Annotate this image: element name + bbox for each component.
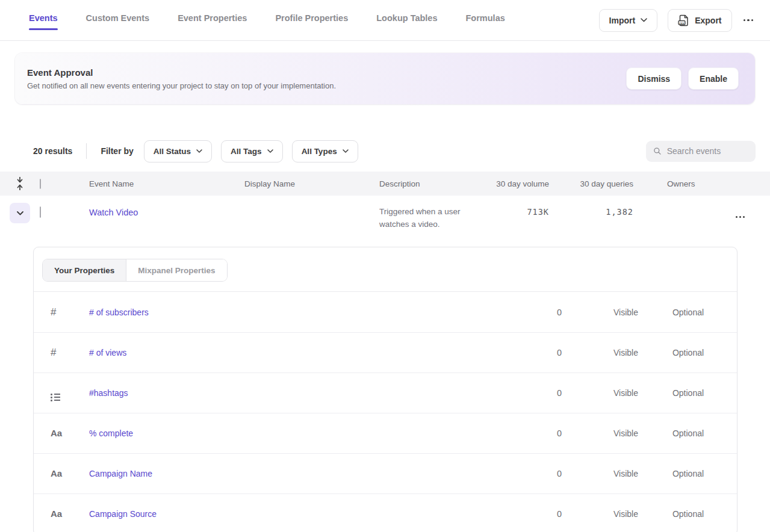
property-requirement: Optional bbox=[661, 509, 737, 519]
import-button[interactable]: Import bbox=[599, 9, 658, 32]
chevron-down-icon bbox=[641, 18, 647, 22]
column-header-30-day-volume: 30 day volume bbox=[488, 179, 554, 188]
tab-event-properties[interactable]: Event Properties bbox=[178, 13, 247, 30]
enable-button[interactable]: Enable bbox=[688, 67, 739, 90]
property-requirement: Optional bbox=[661, 428, 737, 438]
search-input[interactable] bbox=[667, 146, 748, 156]
volume-cell: 713K bbox=[488, 196, 554, 217]
column-header-event-name: Event Name bbox=[71, 179, 244, 188]
display-name-cell bbox=[244, 196, 379, 207]
property-visibility: Visible bbox=[562, 509, 661, 519]
events-table-header: Event Name Display Name Description 30 d… bbox=[0, 172, 770, 196]
chevron-down-icon bbox=[17, 211, 23, 215]
event-name-link[interactable]: Watch Video bbox=[89, 208, 138, 217]
status-filter-label: All Status bbox=[154, 147, 191, 156]
column-header-description: Description bbox=[379, 179, 488, 188]
tab-events-label: Events bbox=[29, 13, 58, 23]
description-cell: Triggered when a user watches a video. bbox=[379, 196, 488, 230]
property-name-link[interactable]: Campaign Name bbox=[89, 469, 495, 478]
banner-description: Get notified on all new events entering … bbox=[27, 81, 336, 90]
tab-profile-properties[interactable]: Profile Properties bbox=[275, 13, 348, 30]
banner-text: Event Approval Get notified on all new e… bbox=[27, 67, 336, 90]
property-name-link[interactable]: #hashtags bbox=[89, 388, 495, 398]
chevron-down-icon bbox=[267, 149, 273, 153]
tags-filter-label: All Tags bbox=[231, 147, 262, 156]
import-button-label: Import bbox=[609, 16, 636, 25]
tags-filter-dropdown[interactable]: All Tags bbox=[221, 140, 283, 162]
select-all-checkbox[interactable] bbox=[40, 179, 41, 189]
tab-underline bbox=[178, 28, 247, 30]
export-button-label: Export bbox=[695, 16, 721, 25]
property-requirement: Optional bbox=[661, 469, 737, 478]
text-type-icon: Aa bbox=[51, 468, 62, 478]
property-name-link[interactable]: # of views bbox=[89, 348, 495, 357]
filter-toolbar: 20 results Filter by All Status All Tags… bbox=[33, 140, 756, 162]
event-row-watch-video: Watch Video Triggered when a user watche… bbox=[0, 196, 770, 243]
tab-underline bbox=[376, 28, 437, 30]
property-name-link[interactable]: % complete bbox=[89, 428, 495, 438]
types-filter-label: All Types bbox=[302, 147, 337, 156]
column-header-owners: Owners bbox=[638, 179, 716, 188]
owners-cell bbox=[638, 196, 716, 207]
property-visibility: Visible bbox=[562, 308, 661, 317]
top-navigation: Events Custom Events Event Properties Pr… bbox=[0, 0, 770, 41]
tab-underline bbox=[275, 28, 348, 30]
row-expander-button[interactable] bbox=[10, 203, 30, 223]
chevron-down-icon bbox=[196, 149, 202, 153]
chevron-down-icon bbox=[343, 149, 349, 153]
tab-formulas[interactable]: Formulas bbox=[466, 13, 505, 30]
search-icon bbox=[653, 146, 662, 156]
property-visibility: Visible bbox=[562, 428, 661, 438]
types-filter-dropdown[interactable]: All Types bbox=[292, 140, 358, 162]
csv-file-icon: csv bbox=[678, 14, 689, 26]
status-filter-dropdown[interactable]: All Status bbox=[144, 140, 212, 162]
tab-mixpanel-properties[interactable]: Mixpanel Properties bbox=[126, 259, 226, 281]
tab-event-properties-label: Event Properties bbox=[178, 13, 247, 23]
nav-actions: Import csv Export bbox=[599, 9, 754, 32]
collapse-rows-icon[interactable] bbox=[16, 176, 24, 191]
number-type-icon: # bbox=[51, 347, 56, 358]
row-checkbox[interactable] bbox=[40, 206, 41, 218]
property-row: # # of views 0 Visible Optional bbox=[34, 332, 737, 373]
column-header-30-day-queries: 30 day queries bbox=[554, 179, 638, 188]
tab-events[interactable]: Events bbox=[29, 13, 58, 30]
queries-cell: 1,382 bbox=[554, 196, 638, 217]
dismiss-button[interactable]: Dismiss bbox=[626, 67, 682, 90]
number-type-icon: # bbox=[51, 306, 56, 318]
active-tab-underline bbox=[29, 28, 58, 30]
row-more-menu-ellipsis-icon[interactable] bbox=[734, 212, 746, 221]
svg-text:csv: csv bbox=[680, 21, 685, 24]
tab-formulas-label: Formulas bbox=[466, 13, 505, 23]
property-name-link[interactable]: Campaign Source bbox=[89, 509, 495, 519]
property-requirement: Optional bbox=[661, 308, 737, 317]
properties-panel-header: Your Properties Mixpanel Properties bbox=[34, 247, 737, 292]
divider bbox=[86, 143, 87, 159]
properties-tab-switcher: Your Properties Mixpanel Properties bbox=[42, 259, 228, 282]
property-row: # # of subscribers 0 Visible Optional bbox=[34, 292, 737, 332]
tab-lookup-tables[interactable]: Lookup Tables bbox=[376, 13, 437, 30]
export-button[interactable]: csv Export bbox=[668, 9, 731, 32]
tab-custom-events[interactable]: Custom Events bbox=[86, 13, 150, 30]
property-row: Aa % complete 0 Visible Optional bbox=[34, 413, 737, 453]
property-row: Aa Campaign Name 0 Visible Optional bbox=[34, 453, 737, 493]
property-value: 0 bbox=[495, 428, 562, 438]
tab-your-properties[interactable]: Your Properties bbox=[43, 259, 126, 281]
text-type-icon: Aa bbox=[51, 428, 62, 438]
text-type-icon: Aa bbox=[51, 509, 62, 519]
property-value: 0 bbox=[495, 388, 562, 398]
event-approval-banner: Event Approval Get notified on all new e… bbox=[15, 53, 755, 104]
tab-custom-events-label: Custom Events bbox=[86, 13, 150, 23]
tab-underline bbox=[86, 28, 150, 30]
property-value: 0 bbox=[495, 308, 562, 317]
results-count: 20 results bbox=[33, 146, 72, 156]
property-value: 0 bbox=[495, 469, 562, 478]
banner-actions: Dismiss Enable bbox=[626, 67, 739, 90]
row-actions-cell bbox=[716, 196, 770, 221]
property-name-link[interactable]: # of subscribers bbox=[89, 308, 495, 317]
tab-lookup-tables-label: Lookup Tables bbox=[376, 13, 437, 23]
property-visibility: Visible bbox=[562, 469, 661, 478]
property-value: 0 bbox=[495, 348, 562, 357]
nav-more-menu-ellipsis-icon[interactable] bbox=[742, 16, 755, 25]
property-row: #hashtags 0 Visible Optional bbox=[34, 373, 737, 413]
lexicon-tabs: Events Custom Events Event Properties Pr… bbox=[29, 13, 505, 30]
